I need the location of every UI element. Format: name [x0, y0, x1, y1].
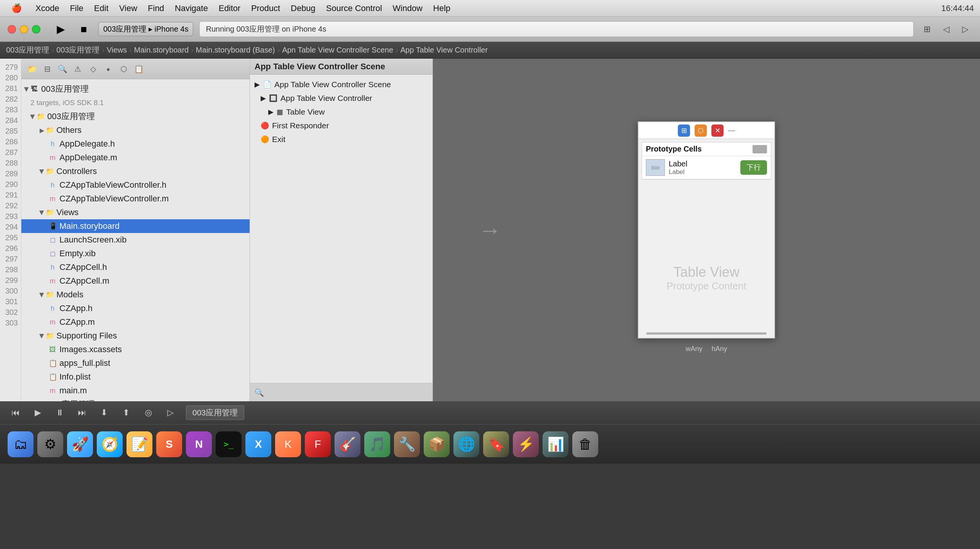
- tree-item-appdelegate-h[interactable]: h AppDelegate.h: [21, 137, 250, 151]
- dock-misc3[interactable]: 🔧: [394, 431, 420, 457]
- go-button[interactable]: 下行: [740, 160, 767, 175]
- dock-misc7[interactable]: ⚡: [513, 431, 539, 457]
- maximize-button[interactable]: [32, 25, 40, 34]
- menu-product[interactable]: Product: [246, 0, 285, 16]
- layout-icon-btn[interactable]: ⊞: [920, 23, 934, 35]
- tree-item-images-xcassets[interactable]: 🖼 Images.xcassets: [21, 343, 250, 356]
- minimize-button[interactable]: [20, 25, 28, 34]
- tree-item-czcell-h[interactable]: h CZAppCell.h: [21, 260, 250, 274]
- tree-item-appdelegate-m[interactable]: m AppDelegate.m: [21, 151, 250, 164]
- tree-item-app-group[interactable]: ▶ 📁 003应用管理: [21, 110, 250, 123]
- dock-onenote[interactable]: N: [186, 431, 212, 457]
- dock-notes[interactable]: 📝: [127, 431, 152, 457]
- dock-trash[interactable]: 🗑: [572, 431, 598, 457]
- tree-item-others[interactable]: ▶ 📁 Others: [21, 123, 250, 137]
- menu-help[interactable]: Help: [428, 0, 456, 16]
- status-step-in-btn[interactable]: ⬇: [98, 406, 110, 419]
- dock-prefs[interactable]: ⚙: [37, 431, 63, 457]
- dock-terminal[interactable]: >_: [216, 431, 242, 457]
- menu-source-control[interactable]: Source Control: [321, 0, 388, 16]
- dock-misc2[interactable]: 🎵: [364, 431, 390, 457]
- tree-item-supporting-files[interactable]: ▶ 📁 Supporting Files: [21, 329, 250, 343]
- scheme-selector[interactable]: 003应用管理 ▸ iPhone 4s: [98, 22, 193, 36]
- tree-item-czcell-m[interactable]: m CZAppCell.m: [21, 274, 250, 288]
- tree-item-info-plist[interactable]: 📋 Info.plist: [21, 370, 250, 384]
- nav-breakpoint-btn[interactable]: ⬡: [117, 64, 130, 74]
- scene-item-table-view[interactable]: ▶ ▦ Table View: [250, 105, 432, 119]
- bc-1[interactable]: 003应用管理: [6, 45, 49, 55]
- menu-navigate[interactable]: Navigate: [170, 0, 213, 16]
- dock-sublime[interactable]: S: [156, 431, 182, 457]
- nav-warn-btn[interactable]: ⚠: [72, 64, 84, 74]
- tree-item-targets: 2 targets, iOS SDK 8.1: [21, 96, 250, 110]
- tree-item-controllers[interactable]: ▶ 📁 Controllers: [21, 164, 250, 178]
- tree-item-czapp-h[interactable]: h CZApp.h: [21, 302, 250, 315]
- nav-report-btn[interactable]: 📋: [133, 64, 145, 74]
- tree-item-cztvc-h[interactable]: h CZAppTableViewController.h: [21, 178, 250, 192]
- scene-item-first-responder[interactable]: 🔴 First Responder: [250, 119, 432, 132]
- menu-find[interactable]: Find: [143, 0, 170, 16]
- bc-4[interactable]: Main.storyboard: [134, 46, 189, 54]
- bc-5[interactable]: Main.storyboard (Base): [196, 46, 275, 54]
- dock-filezilla[interactable]: F: [305, 431, 331, 457]
- status-simulate-btn[interactable]: ◎: [142, 406, 155, 419]
- tree-item-empty-xib[interactable]: ◻ Empty.xib: [21, 247, 250, 260]
- menu-window[interactable]: Window: [388, 0, 428, 16]
- bc-3[interactable]: Views: [107, 46, 127, 54]
- nav-source-btn[interactable]: ⊟: [41, 64, 53, 74]
- menu-xcode[interactable]: Xcode: [30, 0, 64, 16]
- status-share-btn[interactable]: ▷: [164, 406, 177, 419]
- nav-icon-btn[interactable]: ◁: [939, 23, 953, 35]
- file-h-icon: h: [49, 263, 56, 271]
- nav-test-btn[interactable]: ◇: [87, 64, 99, 74]
- dock-keynote[interactable]: K: [275, 431, 301, 457]
- right-panel-icon-btn[interactable]: ▷: [958, 23, 972, 35]
- tree-item-tests[interactable]: ▶ 📁 003应用管理Tests: [21, 397, 250, 401]
- tree-item-root[interactable]: ▶ 🏗 003应用管理: [21, 82, 250, 96]
- dock-launchpad[interactable]: 🚀: [67, 431, 93, 457]
- dock-misc1[interactable]: 🎸: [335, 431, 360, 457]
- status-pause-btn[interactable]: ⏸: [53, 406, 66, 419]
- menu-editor[interactable]: Editor: [213, 0, 246, 16]
- bc-2[interactable]: 003应用管理: [56, 45, 99, 55]
- zoom-btn[interactable]: 🔍: [255, 388, 264, 397]
- scene-item-tvc[interactable]: ▶ 🔲 App Table View Controller: [250, 91, 432, 105]
- status-play-btn[interactable]: ▶: [31, 406, 44, 419]
- nav-debug-btn[interactable]: ⬥: [102, 64, 114, 74]
- stop-button[interactable]: ■: [75, 22, 92, 37]
- tree-item-apps-plist[interactable]: 📋 apps_full.plist: [21, 356, 250, 370]
- apple-menu[interactable]: 🍎: [6, 0, 27, 16]
- run-button[interactable]: ▶: [53, 22, 69, 37]
- menu-edit[interactable]: Edit: [89, 0, 114, 16]
- bc-7[interactable]: App Table View Controller: [400, 46, 488, 54]
- nav-folder-btn[interactable]: 📁: [26, 64, 38, 74]
- bc-6[interactable]: Apn Table View Controller Scene: [282, 46, 393, 54]
- dock-misc5[interactable]: 🌐: [453, 431, 479, 457]
- status-step-over-btn[interactable]: ⏭: [75, 406, 88, 419]
- close-button[interactable]: [8, 25, 16, 34]
- expand-icon: ▶: [38, 210, 46, 215]
- menu-view[interactable]: View: [114, 0, 143, 16]
- dock-misc6[interactable]: 🔖: [483, 431, 509, 457]
- size-class-bar[interactable]: wAny hAny: [639, 345, 774, 353]
- dock-misc4[interactable]: 📦: [424, 431, 450, 457]
- tree-item-cztvc-m[interactable]: m CZAppTableViewController.m: [21, 192, 250, 206]
- menu-debug[interactable]: Debug: [285, 0, 321, 16]
- scene-item-exit[interactable]: 🟠 Exit: [250, 132, 432, 146]
- tree-item-models[interactable]: ▶ 📁 Models: [21, 288, 250, 302]
- menu-file[interactable]: File: [64, 0, 88, 16]
- tree-item-main-m[interactable]: m main.m: [21, 384, 250, 397]
- tree-item-main-storyboard[interactable]: 📱 Main.storyboard: [21, 219, 250, 233]
- status-step-out-btn[interactable]: ⬆: [120, 406, 133, 419]
- storyboard-canvas[interactable]: → ⊞ ⬡ ✕ — Prototype Cells: [433, 59, 980, 401]
- nav-search-btn[interactable]: 🔍: [56, 64, 69, 74]
- dock-safari[interactable]: 🧭: [97, 431, 123, 457]
- tree-item-views[interactable]: ▶ 📁 Views: [21, 206, 250, 219]
- scene-item-root[interactable]: ▶ 📄 App Table View Controller Scene: [250, 78, 432, 91]
- dock-xcode[interactable]: X: [245, 431, 271, 457]
- status-back-btn[interactable]: ⏮: [9, 406, 22, 419]
- dock-misc8[interactable]: 📊: [543, 431, 568, 457]
- tree-item-czapp-m[interactable]: m CZApp.m: [21, 315, 250, 329]
- tree-item-launchscreen[interactable]: ◻ LaunchScreen.xib: [21, 233, 250, 247]
- dock-finder[interactable]: 🗂: [8, 431, 34, 457]
